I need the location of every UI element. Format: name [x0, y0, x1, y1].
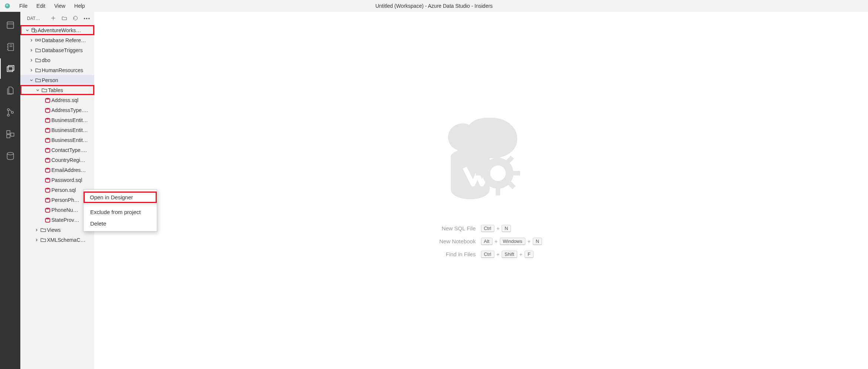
kb-key: Alt [481, 238, 492, 245]
svg-rect-23 [35, 39, 37, 41]
tree-label: PhoneNu… [51, 207, 78, 213]
tree-row-table-file[interactable]: CountryRegi… [20, 155, 94, 165]
tree-row-table-file[interactable]: Address.sql [20, 95, 94, 105]
chevron-right-icon [34, 228, 40, 232]
menu-edit[interactable]: Edit [32, 1, 50, 10]
more-icon[interactable]: ••• [84, 16, 91, 21]
context-exclude-from-project[interactable]: Exclude from project [84, 206, 157, 218]
svg-point-29 [45, 128, 50, 129]
svg-point-33 [45, 167, 50, 169]
tree-label: Database Refere… [42, 37, 86, 43]
tree-label: StateProv… [51, 217, 79, 223]
tree-row[interactable]: XMLSchemaC… [20, 235, 94, 245]
table-icon [44, 197, 51, 203]
tree-row-tables[interactable]: Tables [20, 85, 94, 95]
menu-help[interactable]: Help [70, 1, 89, 10]
tree-row[interactable]: dbo [20, 55, 94, 65]
activity-notebooks[interactable] [0, 37, 20, 57]
chevron-right-icon [28, 38, 34, 43]
activity-database[interactable] [0, 146, 20, 166]
tree-row[interactable]: DatabaseTriggers [20, 45, 94, 55]
activity-connections[interactable] [0, 15, 20, 35]
tree-row-table-file[interactable]: BusinessEntit… [20, 125, 94, 135]
tree-row-table-file[interactable]: ContactType.… [20, 145, 94, 155]
activity-source-control[interactable] [0, 102, 20, 122]
tree-label: HumanResources [42, 67, 83, 73]
chevron-down-icon [35, 88, 41, 92]
kb-plus: + [496, 251, 499, 257]
tree-label: DatabaseTriggers [42, 47, 83, 53]
svg-rect-17 [11, 133, 14, 136]
kb-key: Windows [500, 238, 525, 245]
svg-point-38 [45, 217, 50, 219]
open-folder-icon[interactable] [61, 15, 67, 22]
folder-icon [34, 57, 42, 63]
editor-area: New SQL File Ctrl + N New Notebook Alt +… [94, 12, 868, 369]
chevron-down-icon [28, 78, 34, 82]
table-icon [44, 157, 51, 163]
svg-rect-42 [496, 151, 500, 159]
tree-row-table-file[interactable]: EmailAddres… [20, 165, 94, 175]
folder-icon [34, 67, 42, 73]
activity-files[interactable] [0, 80, 20, 101]
sidebar-header: DAT… ••• [20, 12, 94, 25]
kb-plus: + [528, 238, 530, 244]
svg-rect-11 [8, 65, 14, 70]
kb-plus: + [495, 238, 498, 244]
tree-row-table-file[interactable]: AddressType.… [20, 105, 94, 115]
tree-row-table-file[interactable]: BusinessEntit… [20, 115, 94, 125]
folder-icon [41, 87, 48, 93]
kb-label: New Notebook [420, 238, 476, 244]
kb-plus: + [519, 251, 522, 257]
title-bar: File Edit View Help Untitled (Workspace)… [0, 0, 868, 12]
tree-label: ContactType.… [51, 147, 87, 153]
svg-point-32 [45, 158, 50, 159]
kb-row: Find in Files Ctrl + Shift + F [420, 251, 542, 258]
kb-key: Shift [502, 251, 517, 258]
svg-rect-10 [7, 67, 13, 71]
menu-view[interactable]: View [50, 1, 70, 10]
svg-point-28 [45, 118, 50, 119]
svg-rect-4 [8, 43, 13, 51]
folder-icon [40, 227, 47, 233]
tree-label: CountryRegi… [51, 157, 85, 163]
reference-icon [34, 37, 42, 43]
svg-rect-45 [512, 171, 520, 176]
tree-row-table-file[interactable]: Password.sql [20, 175, 94, 185]
kb-label: Find in Files [420, 251, 476, 257]
chevron-right-icon [28, 68, 34, 72]
tree-label: AdventureWorks… [38, 27, 81, 33]
folder-icon [34, 47, 42, 53]
tree-row-person[interactable]: Person [20, 75, 94, 85]
svg-rect-15 [7, 131, 10, 134]
tree-label: PersonPh… [51, 197, 79, 203]
table-icon [44, 187, 51, 193]
activity-extensions[interactable] [0, 124, 20, 144]
svg-point-26 [45, 98, 50, 99]
refresh-icon[interactable] [72, 15, 78, 22]
context-menu: Open in Designer Exclude from project De… [83, 189, 157, 231]
kb-plus: + [496, 226, 499, 231]
tree-label: Tables [48, 87, 63, 93]
tree-label: XMLSchemaC… [47, 237, 85, 243]
kb-key: N [502, 225, 511, 232]
svg-point-37 [45, 207, 50, 209]
tree-row[interactable]: Database Refere… [20, 35, 94, 45]
table-icon [44, 217, 51, 223]
table-icon [44, 97, 51, 103]
svg-point-27 [45, 108, 50, 109]
tree-row-table-file[interactable]: BusinessEntit… [20, 135, 94, 145]
chevron-down-icon [24, 28, 30, 33]
context-delete[interactable]: Delete [84, 218, 157, 229]
svg-point-36 [45, 197, 50, 199]
new-file-icon[interactable] [50, 15, 56, 22]
svg-point-35 [45, 187, 50, 189]
tree-row-project-root[interactable]: AdventureWorks… [20, 25, 94, 35]
kb-key: N [533, 238, 542, 245]
tree-label: BusinessEntit… [51, 117, 88, 123]
menu-file[interactable]: File [15, 1, 32, 10]
tree-row[interactable]: HumanResources [20, 65, 94, 75]
activity-explorer[interactable] [0, 58, 20, 79]
svg-point-1 [6, 4, 8, 7]
context-open-in-designer[interactable]: Open in Designer [84, 192, 157, 203]
